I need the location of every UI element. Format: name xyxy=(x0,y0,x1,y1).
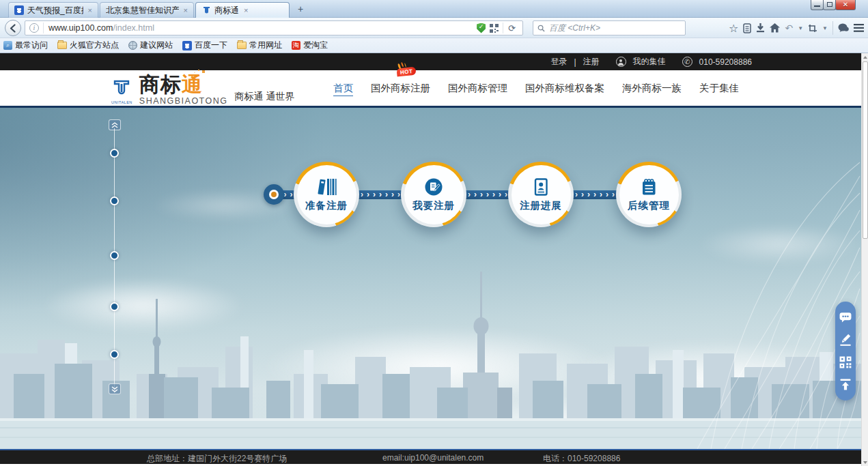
bookmark-baidu[interactable]: 百度一下 xyxy=(182,40,227,51)
timeline-dot-5[interactable] xyxy=(110,350,119,359)
bookmark-suggested[interactable]: 建议网站 xyxy=(128,40,173,51)
unitalen-logo-icon: UNITALEN xyxy=(111,80,132,106)
chevron-down-icon[interactable]: ▼ xyxy=(822,25,828,31)
page-viewport: 登录 | 注册 我的集佳 010-59208886 UNITALEN 商标通 xyxy=(0,53,868,466)
folder-icon xyxy=(57,42,67,49)
timeline-dot-1[interactable] xyxy=(110,149,119,158)
nav-about-unitalen[interactable]: 关于集佳 xyxy=(699,82,739,95)
timeline-down-button[interactable] xyxy=(109,383,121,394)
float-toolbar xyxy=(835,302,856,401)
taobao-icon: 淘 xyxy=(292,41,300,50)
browser-toolbar: i www.uip100.com/index.html ⟳ 百度 <Ctrl+K… xyxy=(0,18,868,38)
bookmark-firefox-sites[interactable]: 火狐官方站点 xyxy=(57,40,119,51)
timeline-up-button[interactable] xyxy=(109,119,121,130)
main-navigation: 首页 HOT 国外商标注册 国外商标管理 国外商标维权备案 海外商标一族 关于集… xyxy=(333,70,739,106)
nav-rights-protection-filing[interactable]: 国外商标维权备案 xyxy=(525,82,604,95)
chevron-right-icon: ››››››› xyxy=(572,190,618,199)
id-card-icon xyxy=(531,177,550,196)
step-registration-progress[interactable]: 注册进展 xyxy=(508,162,574,227)
search-input[interactable]: 百度 <Ctrl+K> xyxy=(533,20,686,35)
chevron-right-icon: ››››››› xyxy=(357,190,404,199)
nav-overseas-trademark-family[interactable]: 海外商标一族 xyxy=(622,82,682,95)
bookmark-star-icon[interactable]: ☆ xyxy=(729,22,738,35)
my-account-link[interactable]: 我的集佳 xyxy=(633,56,666,68)
tab-title: 天气预报_百度搜索 xyxy=(27,5,83,16)
frequent-icon: ⌕ xyxy=(3,41,12,50)
bookmark-label: 常用网址 xyxy=(249,40,282,51)
sync-icon[interactable]: ↶ xyxy=(785,23,793,33)
bookmark-frequent[interactable]: ⌕ 最常访问 xyxy=(3,40,48,51)
close-icon[interactable]: × xyxy=(87,6,94,14)
site-footer: 总部地址：建国门外大街22号赛特广场 email:uip100@unitalen… xyxy=(0,449,861,464)
books-icon xyxy=(316,177,337,196)
nav-foreign-trademark-management[interactable]: 国外商标管理 xyxy=(448,82,507,95)
site-logo[interactable]: UNITALEN 商标通 SHANGBIAOTONG 商标通 通世界 xyxy=(111,74,294,106)
step-label: 我要注册 xyxy=(412,199,455,212)
back-button[interactable] xyxy=(5,20,21,36)
info-icon[interactable]: i xyxy=(29,23,39,33)
scroll-down-arrow[interactable] xyxy=(862,458,868,466)
close-button[interactable]: ✕ xyxy=(835,0,856,10)
back-to-top-icon[interactable] xyxy=(838,377,853,392)
tab-weather[interactable]: 天气预报_百度搜索 × xyxy=(8,2,98,18)
mesh-decoration xyxy=(677,156,861,449)
wechat-chat-icon[interactable] xyxy=(838,23,849,33)
qr-code-icon[interactable] xyxy=(838,355,853,370)
brand-chinese: 商标通 xyxy=(139,74,228,95)
toolbar-icons: ☆ ↶ ▼ ▼ xyxy=(729,18,864,38)
window-controls: ✕ xyxy=(811,0,856,10)
timeline-dot-3[interactable] xyxy=(110,251,119,260)
nav-home[interactable]: 首页 xyxy=(333,82,353,95)
step-follow-up-management[interactable]: 后续管理 xyxy=(616,162,682,227)
bookmark-label: 百度一下 xyxy=(195,40,227,51)
site-header: UNITALEN 商标通 SHANGBIAOTONG 商标通 通世界 首页 HO… xyxy=(0,70,861,108)
step-label: 后续管理 xyxy=(628,199,670,212)
scrollbar-thumb[interactable] xyxy=(863,61,868,239)
new-tab-button[interactable]: + xyxy=(292,3,309,16)
url-domain: www.uip100.com xyxy=(48,23,113,33)
minimize-button[interactable] xyxy=(811,0,824,10)
search-placeholder: 百度 <Ctrl+K> xyxy=(549,23,600,34)
chevron-right-icon: ››››››› xyxy=(464,190,511,199)
hot-badge: HOT xyxy=(396,66,416,76)
register-link[interactable]: 注册 xyxy=(583,56,600,68)
tab-jihui[interactable]: 北京集慧智佳知识产权管理咨... × xyxy=(100,2,194,18)
close-icon[interactable]: × xyxy=(242,6,249,14)
security-shield-icon[interactable] xyxy=(477,23,486,33)
chevron-down-icon[interactable]: ▼ xyxy=(798,25,803,31)
user-icon xyxy=(616,57,626,67)
tab-bar: 天气预报_百度搜索 × 北京集慧智佳知识产权管理咨... × 商标通 × + ✕ xyxy=(0,0,868,18)
qr-code-icon[interactable] xyxy=(490,24,499,33)
bookmark-taobao[interactable]: 淘 爱淘宝 xyxy=(292,40,328,51)
brand-english: SHANGBIAOTONG xyxy=(139,97,228,106)
webpage: 登录 | 注册 我的集佳 010-59208886 UNITALEN 商标通 xyxy=(0,53,861,466)
bookmark-label: 最常访问 xyxy=(15,40,48,51)
brand-tagline: 商标通 通世界 xyxy=(235,91,295,106)
nav-foreign-trademark-registration[interactable]: HOT 国外商标注册 xyxy=(371,82,430,95)
downloads-icon[interactable] xyxy=(756,23,765,33)
baidu-paw-icon xyxy=(14,5,24,15)
bookmarks-menu-icon[interactable] xyxy=(743,23,751,33)
menu-hamburger-icon[interactable] xyxy=(854,24,864,32)
pencil-icon[interactable] xyxy=(838,332,853,347)
step-i-want-register[interactable]: 我要注册 xyxy=(401,162,466,227)
screenshot-icon[interactable] xyxy=(808,24,817,33)
login-link[interactable]: 登录 xyxy=(550,56,567,68)
maximize-button[interactable] xyxy=(823,0,836,10)
scroll-up-arrow[interactable] xyxy=(862,53,868,61)
page-scrollbar[interactable] xyxy=(861,53,868,466)
folder-icon xyxy=(237,42,247,49)
step-prepare-registration[interactable]: 准备注册 xyxy=(294,162,359,227)
timeline-dot-4[interactable] xyxy=(110,302,119,311)
footer-address: 总部地址：建国门外大街22号赛特广场 xyxy=(147,453,287,465)
chat-icon[interactable] xyxy=(838,310,853,325)
timeline-dot-2[interactable] xyxy=(110,196,119,205)
close-icon[interactable]: × xyxy=(182,6,189,14)
tab-title: 北京集慧智佳知识产权管理咨... xyxy=(106,5,179,16)
reload-icon[interactable]: ⟳ xyxy=(508,23,516,33)
tab-shangbiaotong[interactable]: 商标通 × xyxy=(195,2,290,18)
home-icon[interactable] xyxy=(770,23,780,33)
url-bar[interactable]: i www.uip100.com/index.html ⟳ xyxy=(25,20,523,35)
bookmark-common-sites[interactable]: 常用网址 xyxy=(237,40,282,51)
unitalen-label: UNITALEN xyxy=(111,100,132,104)
